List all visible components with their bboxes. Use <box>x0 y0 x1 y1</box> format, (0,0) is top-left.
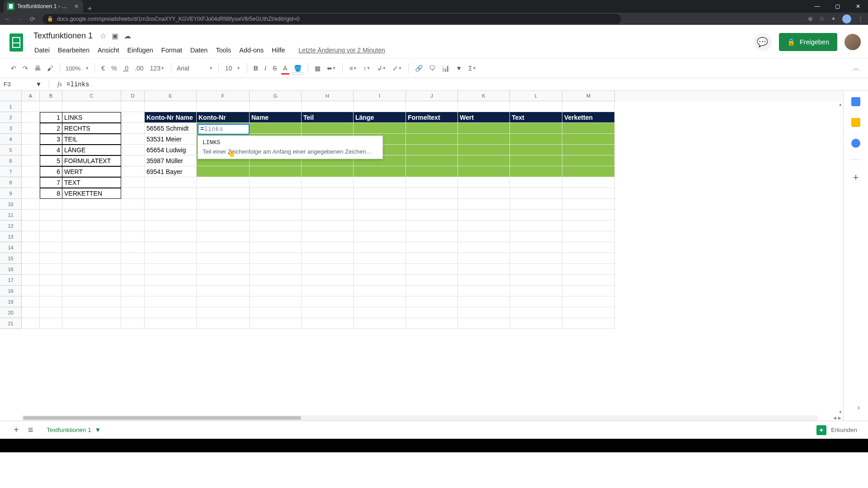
zoom-icon[interactable]: ⊕ <box>808 15 813 22</box>
close-window-button[interactable]: ✕ <box>848 0 868 13</box>
cell-F12[interactable] <box>197 221 250 231</box>
col-header-C[interactable]: C <box>62 91 121 101</box>
name-box[interactable]: F3▼ <box>0 81 45 88</box>
cell-J20[interactable] <box>406 307 458 318</box>
cell-B10[interactable] <box>40 199 62 210</box>
cell-I14[interactable] <box>354 242 406 253</box>
italic-button[interactable]: I <box>262 63 269 74</box>
cell-J15[interactable] <box>406 253 458 264</box>
cell-G16[interactable] <box>250 264 302 275</box>
cell-D1[interactable] <box>121 101 145 112</box>
spreadsheet-grid[interactable]: ABCDEFGHIJKLM121LINKSKonto-Nr NameKonto-… <box>0 91 843 421</box>
cell-G9[interactable] <box>250 188 302 199</box>
cell-K19[interactable] <box>458 296 510 307</box>
cell-D13[interactable] <box>121 231 145 242</box>
cell-J21[interactable] <box>406 318 458 329</box>
menu-ansicht[interactable]: Ansicht <box>94 45 123 56</box>
formula-input[interactable]: =links <box>66 81 89 88</box>
cell-B3[interactable]: 2 <box>40 123 62 134</box>
col-header-M[interactable]: M <box>562 91 615 101</box>
cell-H11[interactable] <box>302 210 354 221</box>
row-header-8[interactable]: 8 <box>0 177 22 188</box>
cell-F16[interactable] <box>197 264 250 275</box>
cell-A11[interactable] <box>22 210 40 221</box>
cell-F9[interactable] <box>197 188 250 199</box>
cell-M13[interactable] <box>562 231 615 242</box>
cell-E21[interactable] <box>145 318 197 329</box>
cell-L1[interactable] <box>510 101 562 112</box>
cell-H17[interactable] <box>302 275 354 286</box>
cell-D17[interactable] <box>121 275 145 286</box>
cell-D10[interactable] <box>121 199 145 210</box>
cell-H20[interactable] <box>302 307 354 318</box>
cell-C15[interactable] <box>62 253 121 264</box>
comments-button[interactable]: 💬 <box>754 33 772 51</box>
last-edit-link[interactable]: Letzte Änderung vor 2 Minuten <box>295 45 388 56</box>
cell-D3[interactable] <box>121 123 145 134</box>
reload-button[interactable]: ⟳ <box>30 15 35 23</box>
cell-G14[interactable] <box>250 242 302 253</box>
cell-A19[interactable] <box>22 296 40 307</box>
col-header-E[interactable]: E <box>145 91 197 101</box>
cell-H7[interactable] <box>302 166 354 177</box>
scroll-left-icon[interactable]: ◀ <box>833 416 836 420</box>
cell-D4[interactable] <box>121 134 145 145</box>
cell-E9[interactable] <box>145 188 197 199</box>
cell-F19[interactable] <box>197 296 250 307</box>
cell-E7[interactable]: 69541 Bayer <box>145 166 197 177</box>
cell-J3[interactable] <box>406 123 458 134</box>
col-header-D[interactable]: D <box>121 91 145 101</box>
cell-G11[interactable] <box>250 210 302 221</box>
cell-D2[interactable] <box>121 112 145 123</box>
cell-C16[interactable] <box>62 264 121 275</box>
cell-A17[interactable] <box>22 275 40 286</box>
cell-K6[interactable] <box>458 155 510 166</box>
cell-editor[interactable]: =links <box>198 124 250 135</box>
cell-A15[interactable] <box>22 253 40 264</box>
zoom-select[interactable]: 100%▼ <box>64 65 91 72</box>
cell-C9[interactable]: VERKETTEN <box>62 188 121 199</box>
cell-M8[interactable] <box>562 177 615 188</box>
cell-L3[interactable] <box>510 123 562 134</box>
cell-M16[interactable] <box>562 264 615 275</box>
cell-E19[interactable] <box>145 296 197 307</box>
row-header-18[interactable]: 18 <box>0 286 22 296</box>
new-tab-button[interactable]: + <box>83 5 96 13</box>
cell-B15[interactable] <box>40 253 62 264</box>
cell-I19[interactable] <box>354 296 406 307</box>
cell-C21[interactable] <box>62 318 121 329</box>
cell-C10[interactable] <box>62 199 121 210</box>
cell-G20[interactable] <box>250 307 302 318</box>
cell-F21[interactable] <box>197 318 250 329</box>
collapse-side-panel-button[interactable]: › <box>858 404 860 412</box>
borders-button[interactable]: ▦ <box>312 63 323 74</box>
cell-E13[interactable] <box>145 231 197 242</box>
vertical-scrollbar[interactable]: ▲ ▼ <box>838 101 843 415</box>
cell-I17[interactable] <box>354 275 406 286</box>
account-avatar[interactable] <box>844 34 861 50</box>
cell-L14[interactable] <box>510 242 562 253</box>
cell-G17[interactable] <box>250 275 302 286</box>
row-header-17[interactable]: 17 <box>0 275 22 286</box>
cell-A2[interactable] <box>22 112 40 123</box>
document-title[interactable]: Textfunktionen 1 <box>31 30 95 42</box>
cell-G3[interactable] <box>250 123 302 134</box>
horizontal-scrollbar[interactable] <box>22 415 818 421</box>
cell-D11[interactable] <box>121 210 145 221</box>
cell-B21[interactable] <box>40 318 62 329</box>
cell-F11[interactable] <box>197 210 250 221</box>
sheet-tab-menu-icon[interactable]: ▼ <box>95 427 101 433</box>
cell-D18[interactable] <box>121 286 145 296</box>
row-header-11[interactable]: 11 <box>0 210 22 221</box>
scroll-down-icon[interactable]: ▼ <box>838 409 843 415</box>
cell-C8[interactable]: TEXT <box>62 177 121 188</box>
col-header-H[interactable]: H <box>302 91 354 101</box>
cell-D16[interactable] <box>121 264 145 275</box>
cell-A10[interactable] <box>22 199 40 210</box>
cell-M21[interactable] <box>562 318 615 329</box>
cell-E8[interactable] <box>145 177 197 188</box>
bold-button[interactable]: B <box>251 63 261 74</box>
cell-K10[interactable] <box>458 199 510 210</box>
row-header-5[interactable]: 5 <box>0 145 22 155</box>
cell-A13[interactable] <box>22 231 40 242</box>
